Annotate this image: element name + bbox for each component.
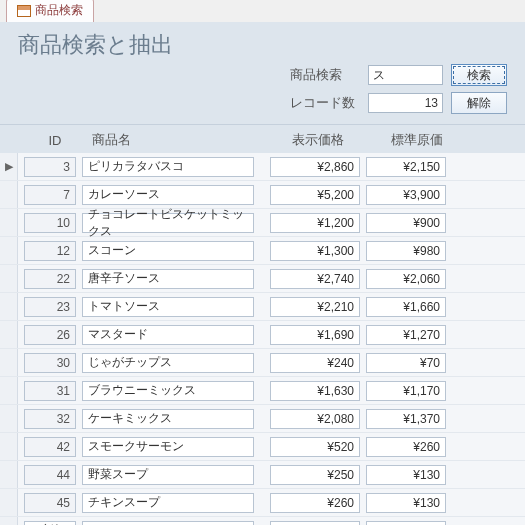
row-selector[interactable] [0,321,18,348]
cell-id[interactable]: 22 [24,269,76,289]
cell-name[interactable]: スコーン [82,241,254,261]
row-selector[interactable] [0,349,18,376]
row-selector[interactable]: * [0,517,18,525]
cell-id[interactable]: 42 [24,437,76,457]
cell-std-cost[interactable]: ¥1,270 [366,325,446,345]
cell-name[interactable]: ピリカラタバスコ [82,157,254,177]
cell-std-cost[interactable]: ¥900 [366,213,446,233]
cell-id[interactable]: 30 [24,353,76,373]
cell-std-cost[interactable]: ¥260 [366,437,446,457]
count-label: レコード数 [290,94,360,112]
cell-name[interactable]: マスタード [82,325,254,345]
cell-std-cost[interactable]: ¥130 [366,465,446,485]
cell-name[interactable]: ブラウニーミックス [82,381,254,401]
header-panel: 商品検索と抽出 商品検索 検索 レコード数 解除 [0,22,525,125]
row-selector[interactable] [0,405,18,432]
table-row: 30じゃがチップス¥240¥70 [0,349,525,377]
row-selector[interactable] [0,377,18,404]
cell-name[interactable]: チキンスープ [82,493,254,513]
clear-button[interactable]: 解除 [451,92,507,114]
row-selector[interactable] [0,237,18,264]
cell-std-cost[interactable]: ¥0 [366,521,446,526]
cell-disp-price[interactable]: ¥5,200 [270,185,360,205]
cell-name[interactable] [82,521,254,526]
table-row: 7カレーソース¥5,200¥3,900 [0,181,525,209]
data-grid: ▶3ピリカラタバスコ¥2,860¥2,1507カレーソース¥5,200¥3,90… [0,153,525,525]
cell-disp-price[interactable]: ¥1,630 [270,381,360,401]
column-headers: ID 商品名 表示価格 標準原価 [0,125,525,153]
page-title: 商品検索と抽出 [18,30,515,60]
record-count[interactable] [368,93,443,113]
table-row: 10チョコレートビスケットミックス¥1,200¥900 [0,209,525,237]
row-selector[interactable] [0,433,18,460]
tab-label: 商品検索 [35,2,83,19]
table-row: 32ケーキミックス¥2,080¥1,370 [0,405,525,433]
cell-std-cost[interactable]: ¥1,170 [366,381,446,401]
cell-id[interactable]: 31 [24,381,76,401]
col-std-cost: 標準原価 [370,131,464,149]
cell-disp-price[interactable]: ¥1,200 [270,213,360,233]
row-selector[interactable]: ▶ [0,153,18,180]
col-id: ID [22,133,88,148]
cell-id[interactable]: (新規) [24,521,76,526]
table-row: ▶3ピリカラタバスコ¥2,860¥2,150 [0,153,525,181]
tab-strip: 商品検索 [0,0,525,22]
table-row: 22唐辛子ソース¥2,740¥2,060 [0,265,525,293]
cell-name[interactable]: じゃがチップス [82,353,254,373]
table-row: 44野菜スープ¥250¥130 [0,461,525,489]
cell-disp-price[interactable]: ¥1,690 [270,325,360,345]
form-icon [17,5,31,17]
cell-id[interactable]: 10 [24,213,76,233]
cell-std-cost[interactable]: ¥2,150 [366,157,446,177]
table-row: 45チキンスープ¥260¥130 [0,489,525,517]
search-button[interactable]: 検索 [451,64,507,86]
cell-id[interactable]: 32 [24,409,76,429]
cell-disp-price[interactable]: ¥2,740 [270,269,360,289]
cell-std-cost[interactable]: ¥130 [366,493,446,513]
table-row: *(新規)¥0¥0 [0,517,525,525]
cell-name[interactable]: 唐辛子ソース [82,269,254,289]
cell-name[interactable]: スモークサーモン [82,437,254,457]
form-window: 商品検索 商品検索と抽出 商品検索 検索 レコード数 解除 ID 商品名 表示価… [0,0,525,525]
cell-std-cost[interactable]: ¥3,900 [366,185,446,205]
search-input[interactable] [368,65,443,85]
cell-disp-price[interactable]: ¥2,210 [270,297,360,317]
table-row: 42スモークサーモン¥520¥260 [0,433,525,461]
row-selector[interactable] [0,181,18,208]
row-selector[interactable] [0,209,18,236]
cell-id[interactable]: 23 [24,297,76,317]
tab-product-search[interactable]: 商品検索 [6,0,94,22]
cell-id[interactable]: 3 [24,157,76,177]
cell-name[interactable]: 野菜スープ [82,465,254,485]
cell-id[interactable]: 7 [24,185,76,205]
cell-id[interactable]: 44 [24,465,76,485]
table-row: 12スコーン¥1,300¥980 [0,237,525,265]
cell-disp-price[interactable]: ¥2,080 [270,409,360,429]
cell-std-cost[interactable]: ¥70 [366,353,446,373]
row-selector[interactable] [0,461,18,488]
cell-id[interactable]: 12 [24,241,76,261]
cell-std-cost[interactable]: ¥2,060 [366,269,446,289]
cell-name[interactable]: チョコレートビスケットミックス [82,213,254,233]
table-row: 23トマトソース¥2,210¥1,660 [0,293,525,321]
cell-disp-price[interactable]: ¥1,300 [270,241,360,261]
cell-name[interactable]: ケーキミックス [82,409,254,429]
cell-disp-price[interactable]: ¥250 [270,465,360,485]
cell-disp-price[interactable]: ¥0 [270,521,360,526]
cell-disp-price[interactable]: ¥520 [270,437,360,457]
table-row: 31ブラウニーミックス¥1,630¥1,170 [0,377,525,405]
cell-disp-price[interactable]: ¥260 [270,493,360,513]
cell-name[interactable]: トマトソース [82,297,254,317]
table-row: 26マスタード¥1,690¥1,270 [0,321,525,349]
row-selector[interactable] [0,489,18,516]
row-selector[interactable] [0,265,18,292]
cell-id[interactable]: 45 [24,493,76,513]
cell-std-cost[interactable]: ¥980 [366,241,446,261]
cell-id[interactable]: 26 [24,325,76,345]
row-selector[interactable] [0,293,18,320]
cell-std-cost[interactable]: ¥1,370 [366,409,446,429]
cell-std-cost[interactable]: ¥1,660 [366,297,446,317]
cell-disp-price[interactable]: ¥240 [270,353,360,373]
cell-name[interactable]: カレーソース [82,185,254,205]
cell-disp-price[interactable]: ¥2,860 [270,157,360,177]
